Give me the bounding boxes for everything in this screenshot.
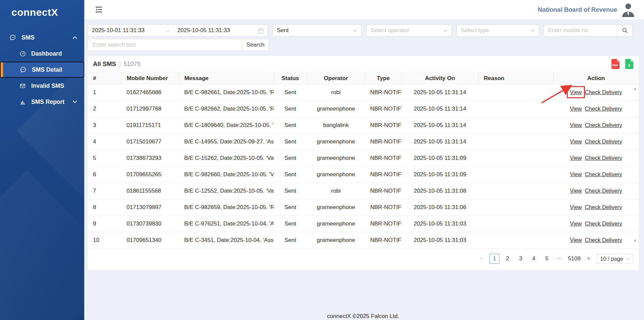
cell-type: NBR-NOTIFIC…	[365, 84, 402, 101]
pagination-page-2[interactable]: 2	[502, 254, 512, 264]
status-select-value: Sent	[277, 27, 289, 34]
date-range-picker[interactable]: 2025-10-01 11:31:33 → 2025-10-05 11:31:3…	[88, 24, 268, 37]
menu-fold-icon[interactable]	[95, 6, 102, 13]
sidebar-item-label: SMS Report	[31, 99, 64, 106]
scroll-down-icon[interactable]: ▼	[633, 239, 637, 243]
scroll-up-icon[interactable]: ▲	[633, 87, 637, 90]
cell-mobile: 01738673293	[121, 150, 179, 167]
sidebar-item-dashboard[interactable]: Dashboard	[0, 46, 84, 62]
check-delivery-link[interactable]: Check Delivery	[585, 89, 622, 95]
cell-operator: grameenphone	[307, 232, 365, 249]
cell-index: 9	[88, 216, 121, 232]
cell-reason	[478, 84, 553, 101]
view-link[interactable]: View	[570, 138, 582, 144]
cell-reason	[478, 232, 553, 249]
cell-type: NBR-NOTIFIC…	[365, 199, 402, 216]
check-delivery-link[interactable]: Check Delivery	[585, 204, 622, 210]
mobile-number-input[interactable]	[544, 24, 617, 37]
cell-message: B/E C-14955, Date:2025-09-27. 'Asse…	[179, 134, 274, 150]
excel-export-icon[interactable]: x	[625, 59, 633, 69]
sidebar-item-label: Invalid SMS	[31, 82, 64, 89]
view-link[interactable]: View	[570, 171, 582, 177]
cell-operator: grameenphone	[307, 150, 365, 167]
sidebar-item-sms-report[interactable]: SMS Report	[0, 94, 84, 110]
cell-action: ViewCheck Delivery	[553, 216, 639, 232]
mobile-search-button[interactable]	[617, 24, 633, 37]
pagination-next[interactable]: >	[584, 254, 594, 264]
chevron-down-icon	[531, 29, 535, 32]
pdf-export-icon[interactable]: PDF	[611, 59, 620, 69]
cell-status: Sent	[274, 216, 307, 232]
cell-operator: robi	[307, 84, 365, 101]
check-delivery-link[interactable]: Check Delivery	[585, 237, 622, 243]
svg-text:x: x	[628, 63, 631, 68]
cell-mobile: 01911715171	[121, 117, 179, 134]
cell-action: ViewCheck Delivery	[553, 199, 639, 216]
check-delivery-link[interactable]: Check Delivery	[585, 171, 622, 177]
search-button[interactable]: Search	[242, 39, 269, 51]
view-link[interactable]: View	[570, 89, 582, 95]
check-delivery-link[interactable]: Check Delivery	[585, 122, 622, 128]
view-link[interactable]: View	[570, 188, 582, 194]
table-row: 401715010677B/E C-14955, Date:2025-09-27…	[88, 134, 639, 150]
cell-mobile: 01627465686	[121, 84, 179, 101]
pagination-ellipsis[interactable]: •••	[555, 254, 565, 264]
pagination-prev[interactable]: <	[476, 254, 486, 264]
status-select[interactable]: Sent	[273, 24, 361, 37]
cell-activity: 2025-10-05 11:31:14	[402, 84, 478, 101]
chat-bubble-icon	[19, 66, 27, 73]
view-link[interactable]: View	[570, 155, 582, 161]
operator-select[interactable]: Select operator	[366, 24, 452, 37]
org-name: National Board of Revenue	[538, 6, 617, 13]
cell-reason	[478, 199, 553, 216]
cell-type: NBR-NOTIFIC…	[365, 134, 402, 150]
search-icon	[622, 28, 628, 33]
view-link[interactable]: View	[570, 220, 582, 227]
page-size-select[interactable]: 10 / page	[597, 254, 633, 264]
brand-logo: connectX	[0, 0, 84, 18]
check-delivery-link[interactable]: Check Delivery	[585, 106, 622, 112]
cell-status: Sent	[274, 101, 307, 117]
pagination-page-4[interactable]: 4	[529, 254, 539, 264]
cell-activity: 2025-10-05 11:31:09	[402, 167, 478, 183]
view-link[interactable]: View	[570, 237, 582, 243]
cell-mobile: 01715010677	[121, 134, 179, 150]
cell-action: ViewCheck Delivery	[553, 183, 639, 199]
sidebar-item-label: Dashboard	[31, 50, 62, 57]
cell-index: 7	[88, 183, 121, 199]
check-delivery-link[interactable]: Check Delivery	[585, 155, 622, 161]
operator-select-placeholder: Select operator	[370, 27, 409, 34]
view-link[interactable]: View	[570, 122, 582, 128]
count-divider: |	[119, 61, 121, 68]
cell-operator: robi	[307, 183, 365, 199]
check-delivery-link[interactable]: Check Delivery	[585, 188, 622, 194]
pagination-page-5[interactable]: 5	[542, 254, 552, 264]
cell-type: NBR-NOTIFIC…	[365, 232, 402, 249]
view-link[interactable]: View	[570, 204, 582, 210]
table-row: 701861155568B/E C-12552, Date:2025-10-05…	[88, 183, 639, 199]
sidebar-item-invalid-sms[interactable]: Invalid SMS	[0, 78, 84, 94]
active-indicator-bar	[1, 62, 3, 77]
search-text-input[interactable]	[88, 39, 242, 51]
check-delivery-link[interactable]: Check Delivery	[585, 138, 622, 144]
view-link[interactable]: View	[570, 106, 582, 112]
table-title: All SMS	[93, 60, 116, 68]
total-count: 51075	[124, 61, 141, 68]
table-row: 901730739830B/E C-976251, Date:2025-10-0…	[88, 216, 639, 232]
cell-mobile: 01730739830	[121, 216, 179, 232]
cell-status: Sent	[274, 150, 307, 167]
cell-action: ViewCheck Delivery	[553, 232, 639, 249]
user-avatar[interactable]	[621, 2, 635, 17]
cell-operator: grameenphone	[307, 167, 365, 183]
sidebar-item-sms-detail[interactable]: SMS Detail	[0, 62, 84, 78]
check-delivery-link[interactable]: Check Delivery	[585, 220, 622, 227]
sidebar-item-sms[interactable]: SMS	[0, 29, 84, 46]
type-select[interactable]: Select type	[456, 24, 539, 37]
table-row: 601709655265B/E C-982660, Date:2025-10-0…	[88, 167, 639, 183]
pagination-page-last[interactable]: 5108	[568, 254, 581, 264]
pagination-page-1[interactable]: 1	[489, 254, 499, 264]
cell-operator: banglalink	[307, 117, 365, 134]
pagination-page-3[interactable]: 3	[515, 254, 526, 264]
col-header-reason: Reason	[478, 72, 553, 84]
col-header-status: Status	[274, 72, 307, 84]
